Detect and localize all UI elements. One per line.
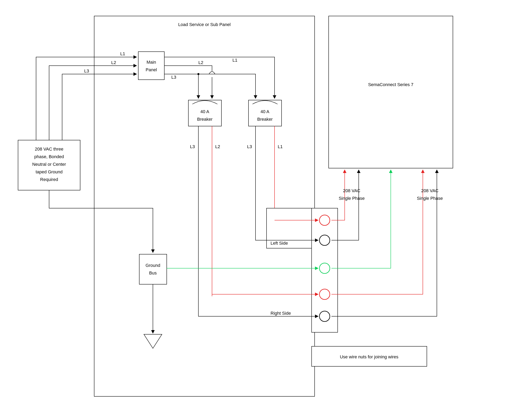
main-panel-line-1: Panel (146, 67, 157, 72)
ground-bus-box (139, 254, 167, 284)
breaker1-line-1: Breaker (197, 117, 212, 122)
wire-t3-dev (332, 170, 391, 268)
device-box (329, 16, 453, 168)
wirenuts-text: Use wire nuts for joining wires (340, 354, 398, 359)
label-b2-L1: L1 (278, 144, 283, 149)
right-side-label: Right Side (271, 311, 291, 316)
breaker2-line-1: Breaker (257, 117, 272, 122)
label-src-L2: L2 (111, 60, 116, 65)
label-mp-L1: L1 (232, 58, 237, 63)
phase1-line-1: Single Phase (339, 196, 365, 201)
terminal-4-red (319, 289, 330, 300)
breaker1-line-0: 40 A (200, 109, 209, 114)
label-b1-L2: L2 (215, 144, 220, 149)
ground-bus-line-0: Ground (146, 263, 160, 268)
main-panel-box (138, 52, 164, 80)
terminal-1-red (319, 215, 330, 225)
source-line-3: taped Ground (36, 169, 63, 174)
label-b1-L3: L3 (190, 144, 195, 149)
label-src-L1: L1 (120, 51, 125, 56)
junction-dot-L3 (197, 73, 199, 75)
terminal-5-black (319, 311, 330, 322)
terminal-3-green (319, 263, 330, 273)
source-line-2: Neutral or Center (32, 162, 66, 167)
main-panel-line-0: Main (147, 60, 156, 65)
label-b2-L3: L3 (247, 144, 252, 149)
sub-panel-title: Load Service or Sub Panel (178, 22, 231, 27)
source-line-0: 208 VAC three (35, 147, 63, 151)
label-src-L3: L3 (84, 68, 89, 74)
phase2-line-1: Single Phase (417, 196, 443, 201)
ground-bus-line-1: Bus (149, 270, 157, 276)
label-mp-L3: L3 (171, 75, 176, 80)
source-line-1: phase, Bonded (34, 154, 64, 159)
device-title: SemaConnect Series 7 (368, 82, 413, 87)
wiring-diagram: Load Service or Sub Panel 208 VAC three … (0, 0, 511, 420)
phase2-line-0: 208 VAC (421, 188, 439, 193)
label-mp-L2: L2 (198, 60, 203, 65)
sub-panel-box (94, 16, 315, 396)
left-side-label: Left Side (271, 241, 288, 246)
terminal-2-black (319, 235, 330, 245)
breaker2-line-0: 40 A (261, 109, 269, 114)
phase1-line-0: 208 VAC (343, 188, 361, 193)
source-line-4: Required (40, 177, 58, 182)
